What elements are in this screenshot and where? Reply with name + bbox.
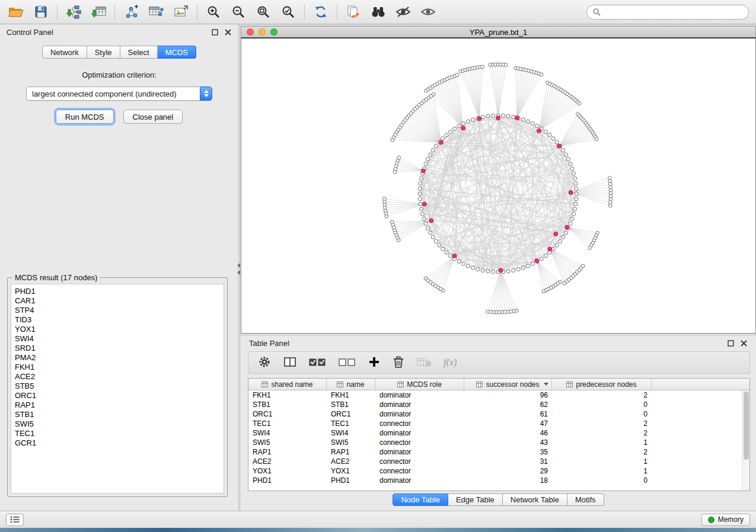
mcds-result-item[interactable]: STB1 xyxy=(15,410,224,419)
table-cell[interactable]: SWI5 xyxy=(248,438,327,447)
table-cell[interactable]: STB1 xyxy=(248,400,327,409)
column-header-name[interactable]: name xyxy=(327,379,375,390)
table-cell[interactable]: SWI4 xyxy=(327,429,375,437)
table-cell[interactable]: ACE2 xyxy=(248,457,327,466)
table-cell[interactable]: SWI5 xyxy=(327,438,375,447)
mcds-result-item[interactable]: STB5 xyxy=(15,382,224,391)
table-row[interactable]: STB1STB1dominator620 xyxy=(248,400,742,409)
memory-button[interactable]: Memory xyxy=(701,514,750,526)
table-cell[interactable]: connector xyxy=(375,457,464,466)
table-cell[interactable]: PHD1 xyxy=(327,476,375,485)
table-cell[interactable]: 2 xyxy=(552,419,652,428)
table-cell[interactable]: 43 xyxy=(464,438,552,447)
table-scrollbar-thumb[interactable] xyxy=(744,392,749,460)
table-cell[interactable]: FKH1 xyxy=(327,391,375,399)
delete-column-button[interactable] xyxy=(393,355,404,370)
new-network-button[interactable] xyxy=(122,3,140,21)
mcds-result-item[interactable]: TEC1 xyxy=(15,429,224,438)
column-header-mcds-role[interactable]: MCDS role xyxy=(375,379,464,390)
table-cell[interactable]: YOX1 xyxy=(327,467,375,475)
table-cell[interactable]: ORC1 xyxy=(327,410,375,418)
table-cell[interactable]: 47 xyxy=(464,419,552,428)
add-column-button[interactable] xyxy=(368,356,380,370)
table-cell[interactable]: 1 xyxy=(552,457,652,466)
table-cell[interactable]: 1 xyxy=(552,467,652,475)
table-cell[interactable]: 2 xyxy=(552,391,652,399)
maximize-window-icon[interactable] xyxy=(270,28,277,36)
close-window-icon[interactable] xyxy=(247,28,254,36)
table-cell[interactable]: TEC1 xyxy=(327,419,375,428)
table-scrollbar[interactable] xyxy=(742,390,749,491)
mcds-result-item[interactable]: STP4 xyxy=(15,306,224,315)
zoom-in-button[interactable] xyxy=(205,3,222,21)
select-all-button[interactable] xyxy=(309,357,326,369)
table-cell[interactable]: 62 xyxy=(464,400,552,409)
close-table-panel-icon[interactable] xyxy=(740,339,748,347)
zoom-out-button[interactable] xyxy=(229,3,247,21)
import-network-button[interactable] xyxy=(65,3,82,21)
panel-splitter[interactable] xyxy=(236,263,241,275)
table-row[interactable]: TEC1TEC1connector472 xyxy=(248,419,742,428)
table-cell[interactable]: 18 xyxy=(464,476,552,485)
close-panel-button[interactable]: Close panel xyxy=(123,110,183,124)
mcds-result-item[interactable]: PHD1 xyxy=(15,287,224,296)
table-cell[interactable]: 61 xyxy=(464,410,552,418)
hide-details-button[interactable] xyxy=(394,3,412,21)
network-window-titlebar[interactable]: YPA_prune.txt_1 xyxy=(241,26,756,37)
table-cell[interactable]: 0 xyxy=(552,410,652,418)
table-cell[interactable]: dominator xyxy=(375,391,464,399)
tab-style[interactable]: Style xyxy=(87,46,120,59)
table-cell[interactable]: ORC1 xyxy=(248,410,327,418)
node-table-body[interactable]: FKH1FKH1dominator962STB1STB1dominator620… xyxy=(248,390,742,491)
close-panel-icon[interactable] xyxy=(224,28,232,36)
table-row[interactable]: YOX1YOX1connector291 xyxy=(248,466,742,476)
table-settings-button[interactable] xyxy=(258,355,271,370)
mcds-result-item[interactable]: ACE2 xyxy=(15,372,224,382)
zoom-selected-button[interactable] xyxy=(279,3,297,21)
mcds-result-item[interactable]: SRD1 xyxy=(15,344,224,353)
mcds-result-item[interactable]: FKH1 xyxy=(15,363,224,372)
show-details-button[interactable] xyxy=(419,3,437,21)
table-cell[interactable]: 96 xyxy=(464,391,552,399)
table-cell[interactable]: 2 xyxy=(552,448,652,456)
mcds-result-item[interactable]: ORC1 xyxy=(15,391,224,400)
table-row[interactable]: RAP1RAP1dominator352 xyxy=(248,447,742,457)
export-image-button[interactable] xyxy=(172,3,190,21)
tab-motifs[interactable]: Motifs xyxy=(567,493,604,506)
network-table-button[interactable] xyxy=(147,3,165,21)
find-button[interactable] xyxy=(369,3,387,21)
tab-select[interactable]: Select xyxy=(120,46,158,59)
table-cell[interactable]: YOX1 xyxy=(248,467,327,475)
mcds-result-item[interactable]: YOX1 xyxy=(15,325,224,334)
table-cell[interactable]: 0 xyxy=(552,400,652,409)
table-cell[interactable]: PHD1 xyxy=(248,476,327,485)
zoom-fit-button[interactable] xyxy=(254,3,272,21)
table-cell[interactable]: 1 xyxy=(552,438,652,447)
mcds-result-item[interactable]: CAR1 xyxy=(15,296,224,306)
optimization-criterion-select[interactable]: largest connected component (undirected) xyxy=(26,86,212,101)
tab-edge-table[interactable]: Edge Table xyxy=(448,493,503,506)
network-graph[interactable] xyxy=(241,39,755,332)
tab-mcds[interactable]: MCDS xyxy=(158,46,196,59)
tab-network-table[interactable]: Network Table xyxy=(503,493,567,506)
mcds-result-item[interactable]: SWI5 xyxy=(15,419,224,429)
table-cell[interactable]: connector xyxy=(375,438,464,447)
table-cell[interactable]: dominator xyxy=(375,429,464,437)
float-panel-icon[interactable] xyxy=(211,28,219,36)
float-table-panel-icon[interactable] xyxy=(727,339,735,347)
tab-network[interactable]: Network xyxy=(42,46,87,59)
search-input[interactable] xyxy=(604,8,743,16)
table-cell[interactable]: dominator xyxy=(375,410,464,418)
tab-node-table[interactable]: Node Table xyxy=(393,493,448,506)
minimize-window-icon[interactable] xyxy=(259,28,266,36)
app-menu-button[interactable] xyxy=(6,514,24,526)
run-mcds-button[interactable]: Run MCDS xyxy=(56,110,114,124)
table-row[interactable]: PHD1PHD1dominator180 xyxy=(248,476,742,485)
clone-network-button[interactable] xyxy=(344,3,362,21)
table-row[interactable]: ORC1ORC1dominator610 xyxy=(248,409,742,419)
table-cell[interactable]: 35 xyxy=(464,448,552,456)
table-row[interactable]: SWI4SWI4dominator462 xyxy=(248,428,742,438)
table-cell[interactable]: RAP1 xyxy=(248,448,327,456)
table-cell[interactable]: 2 xyxy=(552,429,652,437)
mcds-result-item[interactable]: RAP1 xyxy=(15,400,224,410)
